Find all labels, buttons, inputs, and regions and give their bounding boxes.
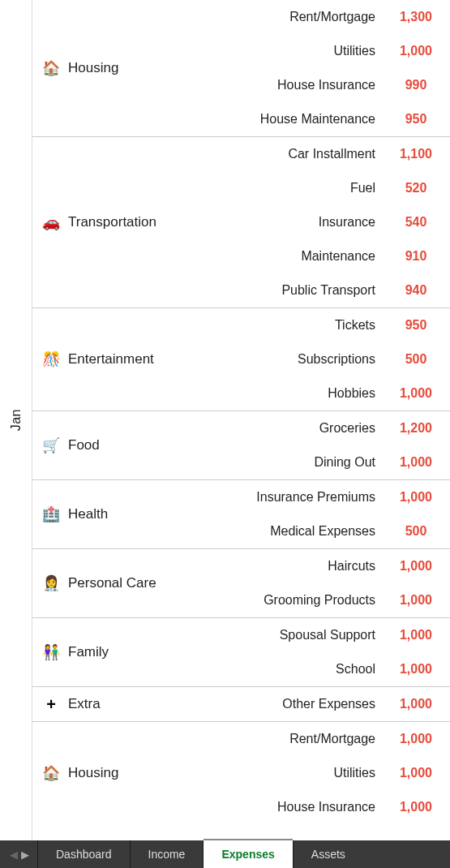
expense-row[interactable]: School1,000: [191, 652, 450, 686]
expense-value: 1,300: [387, 10, 450, 24]
expense-row[interactable]: Groceries1,200: [191, 411, 450, 445]
category-label: 🚗Transportation: [32, 137, 191, 307]
expense-value: 1,000: [387, 386, 450, 401]
sheet-tab-bar: ◀ ▶ DashboardIncomeExpensesAssets: [0, 840, 450, 868]
expense-row[interactable]: Haircuts1,000: [191, 549, 450, 583]
category-group: 🚗TransportationCar Installment1,100Fuel5…: [32, 137, 450, 308]
expense-label: Maintenance: [191, 249, 387, 264]
sheet-next-arrow-icon[interactable]: ▶: [21, 849, 29, 861]
expense-value: 990: [387, 78, 450, 92]
category-name: Food: [68, 437, 100, 453]
expense-row[interactable]: House Maintenance950: [191, 102, 450, 136]
expense-value: 500: [387, 524, 450, 539]
expense-value: 1,000: [387, 559, 450, 574]
category-label: 🏥Health: [32, 480, 191, 548]
tab-dashboard[interactable]: Dashboard: [37, 840, 130, 868]
expense-label: Rent/Mortgage: [191, 732, 387, 746]
category-label: 👫Family: [32, 618, 191, 686]
category-name: Housing: [68, 765, 118, 781]
expense-value: 1,000: [387, 455, 450, 470]
expense-label: Haircuts: [191, 559, 387, 574]
category-group: +ExtraOther Expenses1,000: [32, 687, 450, 722]
expense-value: 950: [387, 318, 450, 333]
expense-row[interactable]: Hobbies1,000: [191, 376, 450, 410]
expense-label: Fuel: [191, 181, 387, 196]
expense-row[interactable]: Rent/Mortgage1,300: [191, 0, 450, 34]
category-label: 🛒Food: [32, 411, 191, 479]
expense-label: House Insurance: [191, 800, 387, 814]
category-rows: Spousal Support1,000School1,000: [191, 618, 450, 686]
category-name: Health: [68, 506, 108, 522]
tab-income[interactable]: Income: [130, 840, 204, 868]
expense-row[interactable]: Fuel520: [191, 171, 450, 205]
category-group: 👩‍⚕️Personal CareHaircuts1,000Grooming P…: [32, 549, 450, 618]
plus-icon: +: [42, 695, 60, 714]
expense-label: House Maintenance: [191, 112, 387, 127]
category-icon: 🛒: [42, 436, 60, 454]
expense-label: Utilities: [191, 766, 387, 780]
category-group: 🏠HousingRent/Mortgage1,000Utilities1,000…: [32, 722, 450, 824]
expense-table: 🏠HousingRent/Mortgage1,300Utilities1,000…: [32, 0, 450, 840]
expense-row[interactable]: Rent/Mortgage1,000: [191, 722, 450, 756]
expense-label: Insurance: [191, 215, 387, 230]
category-rows: Haircuts1,000Grooming Products1,000: [191, 549, 450, 617]
expense-row[interactable]: Car Installment1,100: [191, 137, 450, 171]
expense-row[interactable]: Other Expenses1,000: [191, 687, 450, 721]
expense-row[interactable]: Subscriptions500: [191, 342, 450, 376]
category-rows: Other Expenses1,000: [191, 687, 450, 721]
expense-label: Hobbies: [191, 386, 387, 401]
expense-row[interactable]: Tickets950: [191, 308, 450, 342]
tab-expenses[interactable]: Expenses: [203, 840, 292, 868]
category-group: 👫FamilySpousal Support1,000School1,000: [32, 618, 450, 687]
expense-value: 910: [387, 249, 450, 264]
expense-row[interactable]: Spousal Support1,000: [191, 618, 450, 652]
expense-value: 1,000: [387, 593, 450, 608]
expense-value: 1,000: [387, 44, 450, 58]
expense-label: Insurance Premiums: [191, 490, 387, 505]
expense-row[interactable]: House Insurance1,000: [191, 790, 450, 824]
expense-row[interactable]: House Insurance990: [191, 68, 450, 102]
expense-row[interactable]: Utilities1,000: [191, 34, 450, 68]
expense-value: 1,000: [387, 490, 450, 505]
expense-value: 1,000: [387, 766, 450, 780]
category-name: Housing: [68, 60, 118, 76]
category-label: 🏠Housing: [32, 722, 191, 824]
category-group: 🏠HousingRent/Mortgage1,300Utilities1,000…: [32, 0, 450, 137]
sheet-nav-arrows: ◀ ▶: [0, 840, 37, 868]
month-label: Jan: [9, 409, 24, 431]
category-icon: 🚗: [42, 213, 60, 231]
month-rail: Jan: [0, 0, 32, 840]
category-name: Entertainment: [68, 351, 154, 367]
category-label: 🏠Housing: [32, 0, 191, 136]
category-rows: Car Installment1,100Fuel520Insurance540M…: [191, 137, 450, 307]
category-name: Transportation: [68, 214, 156, 230]
expense-label: Tickets: [191, 318, 387, 333]
expense-label: Grooming Products: [191, 593, 387, 608]
tab-assets[interactable]: Assets: [293, 840, 363, 868]
expense-label: Public Transport: [191, 283, 387, 298]
expense-row[interactable]: Maintenance910: [191, 239, 450, 273]
category-icon: 🏥: [42, 505, 60, 523]
category-name: Family: [68, 644, 109, 660]
expense-value: 940: [387, 283, 450, 298]
expense-label: Dining Out: [191, 455, 387, 470]
expense-value: 1,100: [387, 147, 450, 161]
category-label: 🎊Entertainment: [32, 308, 191, 410]
expense-label: Car Installment: [191, 147, 387, 161]
expense-label: Groceries: [191, 421, 387, 436]
category-rows: Rent/Mortgage1,000Utilities1,000House In…: [191, 722, 450, 824]
expense-row[interactable]: Insurance Premiums1,000: [191, 480, 450, 514]
expense-row[interactable]: Medical Expenses500: [191, 514, 450, 548]
expense-row[interactable]: Grooming Products1,000: [191, 583, 450, 617]
expense-row[interactable]: Utilities1,000: [191, 756, 450, 790]
expense-row[interactable]: Dining Out1,000: [191, 445, 450, 479]
expense-label: House Insurance: [191, 78, 387, 92]
category-rows: Insurance Premiums1,000Medical Expenses5…: [191, 480, 450, 548]
expense-row[interactable]: Public Transport940: [191, 273, 450, 307]
category-group: 🎊EntertainmentTickets950Subscriptions500…: [32, 308, 450, 411]
category-group: 🛒FoodGroceries1,200Dining Out1,000: [32, 411, 450, 480]
sheet-prev-arrow-icon[interactable]: ◀: [10, 849, 18, 861]
category-icon: 🏠: [42, 764, 60, 782]
expense-row[interactable]: Insurance540: [191, 205, 450, 239]
expense-value: 1,200: [387, 421, 450, 436]
